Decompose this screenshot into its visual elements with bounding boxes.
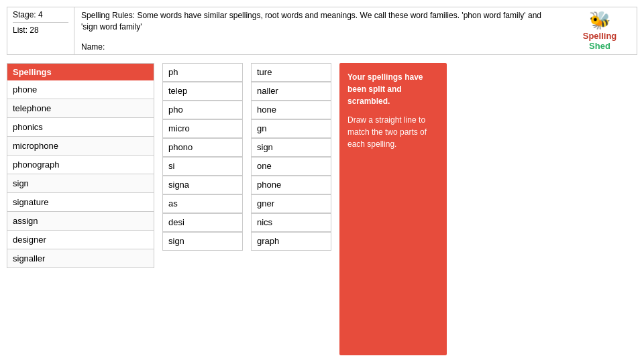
spelling-rule: Spelling Rules: Some words have similar … [81, 10, 556, 33]
main-content: Spellings phonetelephonephonicsmicrophon… [7, 63, 637, 355]
logo-text: Spelling Shed [583, 31, 617, 52]
left-part-cell: sign [162, 232, 243, 251]
right-part-cell: ture [251, 63, 331, 82]
right-part-cell: gn [251, 119, 331, 138]
spelling-item: phone [7, 80, 154, 99]
spelling-item: telephone [7, 99, 154, 118]
right-parts-column: turenallerhonegnsignonephonegnernicsgrap… [251, 63, 331, 355]
bee-icon: 🐝 [583, 10, 617, 31]
spelling-item: sign [7, 174, 154, 193]
logo-spelling: Spelling [583, 31, 617, 41]
right-part-cell: gner [251, 194, 331, 213]
right-part-cell: graph [251, 232, 331, 251]
left-part-cell: telep [162, 82, 243, 101]
spelling-item: signaller [7, 249, 154, 268]
list-label: List: 28 [13, 23, 68, 35]
left-part-cell: desi [162, 213, 243, 232]
left-parts-column: phtelepphomicrophonosisignaasdesisign [162, 63, 243, 355]
left-part-cell: micro [162, 119, 243, 138]
spellings-column: Spellings phonetelephonephonicsmicrophon… [7, 63, 154, 355]
spellings-header: Spellings [7, 63, 154, 80]
right-part-cell: one [251, 157, 331, 176]
left-parts-list: phtelepphomicrophonosisignaasdesisign [162, 63, 243, 251]
name-label: Name: [81, 42, 556, 52]
left-part-cell: si [162, 157, 243, 176]
left-part-cell: pho [162, 101, 243, 119]
info-box-title: Your spellings have been split and scram… [347, 71, 439, 107]
left-part-cell: signa [162, 176, 243, 194]
logo-shed: Shed [589, 41, 610, 51]
right-part-cell: nics [251, 213, 331, 232]
spellings-list: phonetelephonephonicsmicrophonephonograp… [7, 80, 154, 268]
spelling-item: phonograph [7, 156, 154, 174]
logo-area: 🐝 Spelling Shed [563, 7, 637, 54]
spelling-item: signature [7, 193, 154, 212]
spelling-item: microphone [7, 137, 154, 156]
right-part-cell: hone [251, 101, 331, 119]
info-box: Your spellings have been split and scram… [339, 63, 447, 355]
right-part-cell: phone [251, 176, 331, 194]
left-part-cell: ph [162, 63, 243, 82]
spelling-item: designer [7, 231, 154, 249]
logo-content: 🐝 Spelling Shed [583, 10, 617, 52]
header-left: Stage: 4 List: 28 [7, 7, 74, 54]
stage-label: Stage: 4 [13, 10, 68, 23]
spelling-item: phonics [7, 118, 154, 137]
page-wrapper: Stage: 4 List: 28 Spelling Rules: Some w… [0, 0, 644, 362]
header: Stage: 4 List: 28 Spelling Rules: Some w… [7, 7, 637, 55]
right-part-cell: naller [251, 82, 331, 101]
right-parts-list: turenallerhonegnsignonephonegnernicsgrap… [251, 63, 331, 251]
left-part-cell: as [162, 194, 243, 213]
right-part-cell: sign [251, 138, 331, 157]
left-part-cell: phono [162, 138, 243, 157]
spelling-item: assign [7, 212, 154, 231]
header-right: Spelling Rules: Some words have similar … [74, 7, 563, 54]
info-box-description: Draw a straight line to match the two pa… [347, 114, 439, 150]
